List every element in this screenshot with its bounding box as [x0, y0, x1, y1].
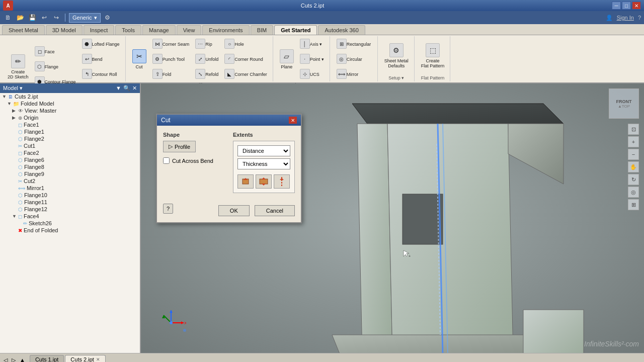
svg-text:X: X	[184, 321, 186, 325]
zoom-out-button[interactable]: −	[628, 149, 639, 160]
dialog-close-button[interactable]: ✕	[289, 117, 297, 124]
help-button[interactable]: ?	[163, 204, 173, 214]
thickness-dropdown[interactable]: Thickness Custom	[237, 158, 290, 169]
dialog-title-bar[interactable]: Cut ✕	[157, 115, 301, 126]
tree-item[interactable]: ⬡ Flange10	[0, 192, 140, 199]
filter-icon[interactable]: ▼	[116, 85, 121, 92]
corner-seam-button[interactable]: ⋈ Corner Seam	[150, 37, 192, 51]
point-button[interactable]: · Point ▾	[297, 52, 327, 66]
cut-direction-btn-3[interactable]	[274, 174, 290, 189]
cut-button[interactable]: ✂ Cut	[130, 48, 149, 71]
create-flat-pattern-button[interactable]: ⬚ CreateFlat Pattern	[419, 42, 447, 70]
sign-in-label[interactable]: Sign In	[617, 15, 634, 21]
tree-item[interactable]: ✂ Cut2	[0, 177, 140, 185]
plane-button[interactable]: ▱ Plane	[277, 48, 296, 71]
tab-tools[interactable]: Tools	[115, 25, 141, 35]
tab-cuts-2[interactable]: Cuts 2.ipt ✕	[65, 355, 105, 362]
tree-item[interactable]: ▼ 📁 Folded Model	[0, 100, 140, 107]
tree-item[interactable]: ✖ End of Folded	[0, 227, 140, 234]
tab-nav-right[interactable]: ▷	[10, 357, 17, 362]
tree-item[interactable]: ◻ Face2	[0, 149, 140, 156]
cancel-button[interactable]: Cancel	[255, 205, 295, 216]
tab-environments[interactable]: Environments	[202, 25, 249, 35]
tree-item[interactable]: ◻ Face1	[0, 121, 140, 128]
face-button[interactable]: ◻ Face	[32, 45, 78, 59]
minimize-button[interactable]: ─	[612, 2, 621, 10]
view-cube[interactable]: FRONT ▲TOP	[609, 88, 639, 119]
tab-cuts-1[interactable]: Cuts 1.ipt	[30, 355, 64, 362]
create-2d-sketch-button[interactable]: ✏ Create2D Sketch	[5, 53, 31, 81]
open-button[interactable]: 📂	[15, 13, 25, 23]
help-icon[interactable]: ?	[638, 15, 641, 21]
tree-item[interactable]: ▼ ◻ Face4	[0, 213, 140, 220]
tab-inspect[interactable]: Inspect	[84, 25, 114, 35]
tab-expand[interactable]: ▲	[18, 357, 27, 362]
tab-nav-left[interactable]: ◁	[2, 357, 9, 362]
lofted-flange-button[interactable]: ⬣ Lofted Flange	[79, 37, 122, 51]
save-button[interactable]: 💾	[27, 13, 37, 23]
close-window-button[interactable]: ✕	[632, 2, 641, 10]
unfold-button[interactable]: ⤢ Unfold	[193, 52, 221, 66]
new-button[interactable]: 🗎	[3, 13, 13, 23]
look-at-button[interactable]: ◎	[628, 187, 639, 198]
maximize-button[interactable]: □	[622, 2, 631, 10]
tree-item[interactable]: ⟺ Mirror1	[0, 185, 140, 192]
tab-close-button[interactable]: ✕	[96, 357, 100, 362]
close-panel-button[interactable]: ✕	[132, 85, 137, 92]
tree-item[interactable]: ▶ ⊕ Origin	[0, 114, 140, 121]
zoom-all-button[interactable]: ⊞	[628, 199, 639, 210]
profile-dropdown[interactable]: Generic ▾	[69, 13, 101, 23]
bend-button[interactable]: ↩ Bend	[79, 52, 122, 66]
tab-3d-model[interactable]: 3D Model	[46, 25, 83, 35]
cut-across-bend-label[interactable]: Cut Across Bend	[172, 158, 213, 164]
ok-button[interactable]: OK	[218, 205, 250, 216]
cut-direction-btn-2[interactable]	[256, 174, 272, 189]
contour-roll-button[interactable]: ↰ Contour Roll	[79, 67, 122, 81]
fold-button[interactable]: ⇧ Fold	[150, 67, 192, 81]
tree-item[interactable]: ⬡ Flange9	[0, 170, 140, 177]
refold-button[interactable]: ⤡ Refold	[193, 67, 221, 81]
tree-item[interactable]: ✂ Cut1	[0, 142, 140, 149]
hole-button[interactable]: ○ Hole	[222, 37, 270, 51]
orbit-button[interactable]: ↻	[628, 174, 639, 185]
undo-button[interactable]: ↩	[39, 13, 49, 23]
tab-autodesk360[interactable]: Autodesk 360	[318, 25, 365, 35]
settings-button[interactable]: ⚙	[103, 13, 113, 23]
flange-button[interactable]: ⬡ Flange	[32, 60, 78, 74]
tree-item[interactable]: ▶ 👁 View: Master	[0, 107, 140, 114]
cut-direction-btn-1[interactable]	[237, 174, 254, 189]
axis-button[interactable]: │ Axis ▾	[297, 37, 327, 51]
cut-across-bend-checkbox[interactable]	[163, 157, 170, 164]
rip-button[interactable]: ⋯ Rip	[193, 37, 221, 51]
tree-item[interactable]: ⬡ Flange12	[0, 206, 140, 213]
3d-viewport[interactable]: FRONT ▲TOP ⊡ + − ✋ ↻ ◎ ⊞ X	[141, 83, 644, 353]
zoom-in-button[interactable]: +	[628, 136, 639, 147]
tree-item[interactable]: ✏ Sketch26	[0, 220, 140, 227]
mirror-button[interactable]: ⟺ Mirror	[334, 67, 374, 81]
pan-button[interactable]: ✋	[628, 161, 639, 172]
sheet-metal-defaults-button[interactable]: ⚙ Sheet MetalDefaults	[382, 42, 411, 70]
rectangular-button[interactable]: ⊞ Rectangular	[334, 37, 374, 51]
tab-view[interactable]: View	[177, 25, 202, 35]
tree-item[interactable]: ⬡ Flange6	[0, 156, 140, 163]
profile-button[interactable]: ▷ Profile	[163, 141, 196, 152]
svg-marker-6	[523, 310, 584, 353]
tree-item[interactable]: ⬡ Flange2	[0, 135, 140, 142]
corner-chamfer-button[interactable]: ◣ Corner Chamfer	[222, 67, 270, 81]
tree-item[interactable]: ⬡ Flange11	[0, 199, 140, 206]
tab-get-started[interactable]: Get Started	[274, 25, 317, 35]
corner-round-button[interactable]: ◜ Corner Round	[222, 52, 270, 66]
redo-button[interactable]: ↪	[51, 13, 61, 23]
search-icon[interactable]: 🔍	[123, 85, 130, 92]
tab-manage[interactable]: Manage	[142, 25, 176, 35]
distance-dropdown[interactable]: Distance To Next Through All Between	[237, 145, 290, 156]
circular-button[interactable]: ◎ Circular	[334, 52, 374, 66]
tab-sheet-metal[interactable]: Sheet Metal	[2, 25, 45, 35]
ucs-button[interactable]: ⊹ UCS	[297, 67, 327, 81]
tree-item[interactable]: ⬡ Flange1	[0, 128, 140, 135]
tree-item[interactable]: ⬡ Flange8	[0, 163, 140, 170]
tree-item[interactable]: ▼ 🗎 Cuts 2.ipt	[0, 93, 140, 100]
punch-tool-button[interactable]: ⚙ Punch Tool	[150, 52, 192, 66]
zoom-fit-button[interactable]: ⊡	[628, 124, 639, 135]
tab-bim[interactable]: BIM	[251, 25, 274, 35]
